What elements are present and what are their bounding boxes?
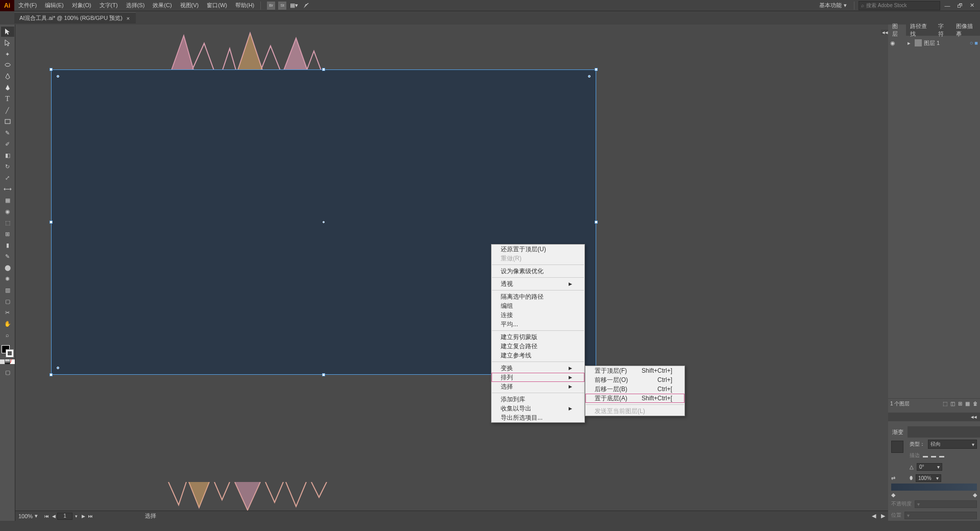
- ctx-arrange[interactable]: 排列▶: [492, 373, 584, 382]
- tab-pathfinder[interactable]: 路径查找: [906, 25, 934, 36]
- color-mode-solid[interactable]: [0, 359, 5, 364]
- grad-stop-left[interactable]: ◆: [891, 492, 895, 498]
- artboard-dropdown[interactable]: ▾: [72, 513, 80, 520]
- tab-layers[interactable]: 图层: [888, 25, 906, 36]
- anchor-tr[interactable]: [588, 75, 591, 78]
- target-icon[interactable]: ○ ■: [970, 40, 978, 46]
- line-tool[interactable]: ╱: [1, 105, 14, 115]
- ctx-send-backward[interactable]: 后移一层(B)Ctrl+[: [585, 384, 684, 394]
- layer-name[interactable]: 图层 1: [924, 39, 940, 47]
- rectangle-tool[interactable]: [1, 116, 14, 127]
- angle-input[interactable]: 0°▾: [917, 463, 942, 471]
- color-picker[interactable]: [2, 345, 14, 357]
- ctx-send-to-back[interactable]: 置于底层(A)Shift+Ctrl+[: [585, 394, 684, 403]
- eraser-tool[interactable]: ◧: [1, 150, 14, 160]
- paintbrush-tool[interactable]: ✎: [1, 128, 14, 138]
- ctx-guides[interactable]: 建立参考线: [492, 351, 584, 360]
- ctx-isolate[interactable]: 隔离选中的路径: [492, 292, 584, 301]
- grad-stop-right[interactable]: ◆: [973, 492, 977, 498]
- free-transform-tool[interactable]: ▦: [1, 195, 14, 205]
- handle-ml[interactable]: [50, 221, 53, 224]
- expand-icon[interactable]: ▸: [908, 40, 913, 46]
- ctx-transform[interactable]: 变换▶: [492, 364, 584, 373]
- screen-mode[interactable]: ▢: [1, 367, 14, 377]
- handle-tr[interactable]: [595, 68, 598, 71]
- menu-object[interactable]: 对象(O): [68, 0, 95, 11]
- mesh-tool[interactable]: ⊞: [1, 229, 14, 239]
- scroll-left[interactable]: ◀: [872, 513, 876, 519]
- eyedropper-tool[interactable]: ✎: [1, 251, 14, 261]
- direct-selection-tool[interactable]: [1, 38, 14, 48]
- stroke-opt-1[interactable]: ▬: [923, 453, 928, 458]
- pen-tool[interactable]: [1, 71, 14, 82]
- anchor-tl[interactable]: [57, 75, 59, 78]
- zoom-select[interactable]: 100%▾: [18, 513, 38, 519]
- stock-search[interactable]: ⌕ 搜索 Adobe Stock: [859, 1, 940, 10]
- canvas-area[interactable]: 还原置于顶层(U) 重做(R) 设为像素级优化 透视▶ 隔离选中的路径 编组 连…: [15, 25, 888, 511]
- handle-bm[interactable]: [322, 373, 325, 376]
- ctx-export-collect[interactable]: 收集以导出▶: [492, 404, 584, 413]
- menu-help[interactable]: 帮助(H): [231, 0, 258, 11]
- ctx-join[interactable]: 连接: [492, 310, 584, 320]
- feather-icon[interactable]: [302, 1, 311, 10]
- color-mode-none[interactable]: /: [10, 359, 15, 364]
- gradient-preview[interactable]: [891, 441, 903, 453]
- handle-tm[interactable]: [322, 68, 325, 71]
- stroke-opt-3[interactable]: ▬: [939, 453, 944, 458]
- next-artboard[interactable]: ▶: [80, 513, 87, 520]
- ctx-clipping-mask[interactable]: 建立剪切蒙版: [492, 332, 584, 342]
- blend-tool[interactable]: ⬤: [1, 262, 14, 273]
- stroke-color[interactable]: [6, 349, 14, 357]
- gradient-strip[interactable]: [891, 484, 977, 491]
- tab-char[interactable]: 字符: [934, 25, 952, 36]
- clip-icon[interactable]: ◫: [950, 401, 955, 406]
- stock-icon[interactable]: St: [278, 2, 286, 10]
- artboard-number[interactable]: 1: [57, 513, 72, 520]
- close-icon[interactable]: ×: [126, 16, 131, 21]
- rotate-tool[interactable]: ↻: [1, 161, 14, 172]
- ctx-compound-path[interactable]: 建立复合路径: [492, 342, 584, 351]
- tab-gradient[interactable]: 渐变: [888, 426, 908, 438]
- shape-builder-tool[interactable]: ◉: [1, 206, 14, 216]
- menu-edit[interactable]: 编辑(E): [41, 0, 68, 11]
- menu-file[interactable]: 文件(F): [14, 0, 41, 11]
- color-mode-gradient[interactable]: [5, 359, 10, 364]
- arrange-icon[interactable]: ▦▾: [289, 1, 299, 10]
- reverse-icon[interactable]: ⇄: [891, 475, 906, 481]
- close-button[interactable]: ✕: [967, 1, 977, 10]
- menu-effect[interactable]: 效果(C): [149, 0, 176, 11]
- magic-wand-tool[interactable]: ✦: [1, 49, 14, 59]
- ctx-average[interactable]: 平均...: [492, 320, 584, 329]
- curvature-tool[interactable]: [1, 83, 14, 93]
- scale-tool[interactable]: ⤢: [1, 173, 14, 183]
- panel-collapse-indicator[interactable]: ◂◂: [888, 413, 980, 421]
- ctx-undo[interactable]: 还原置于顶层(U): [492, 245, 584, 254]
- scroll-right[interactable]: ▶: [881, 513, 885, 519]
- selection-tool[interactable]: [1, 27, 14, 37]
- menu-type[interactable]: 文字(T): [95, 0, 122, 11]
- sublayer-icon[interactable]: ⊞: [958, 401, 962, 406]
- lasso-tool[interactable]: [1, 60, 14, 70]
- ctx-bring-forward[interactable]: 前移一层(O)Ctrl+]: [585, 375, 684, 384]
- symbol-sprayer-tool[interactable]: ✺: [1, 274, 14, 284]
- gradient-type-select[interactable]: 径向▾: [928, 440, 977, 449]
- menu-window[interactable]: 窗口(W): [203, 0, 231, 11]
- artboard-tool[interactable]: ▢: [1, 296, 14, 306]
- last-artboard[interactable]: ⏭: [87, 513, 94, 520]
- delete-icon[interactable]: 🗑: [973, 401, 978, 406]
- handle-mr[interactable]: [595, 221, 598, 224]
- width-tool[interactable]: ⟷: [1, 184, 14, 194]
- menu-select[interactable]: 选择(S): [122, 0, 149, 11]
- first-artboard[interactable]: ⏮: [43, 513, 50, 520]
- ctx-ungroup[interactable]: 编组: [492, 301, 584, 310]
- prev-artboard[interactable]: ◀: [50, 513, 57, 520]
- hand-tool[interactable]: ✋: [1, 319, 14, 329]
- workspace-select[interactable]: 基本功能▾: [816, 1, 850, 10]
- layer-row[interactable]: ◉ ▸ 图层 1 ○ ■: [889, 38, 979, 48]
- type-tool[interactable]: T: [1, 94, 14, 104]
- pencil-tool[interactable]: ✐: [1, 139, 14, 149]
- gradient-tool[interactable]: ▮: [1, 240, 14, 250]
- locate-icon[interactable]: ⬚: [943, 401, 947, 406]
- minimize-button[interactable]: —: [942, 1, 952, 10]
- handle-bl[interactable]: [50, 373, 53, 376]
